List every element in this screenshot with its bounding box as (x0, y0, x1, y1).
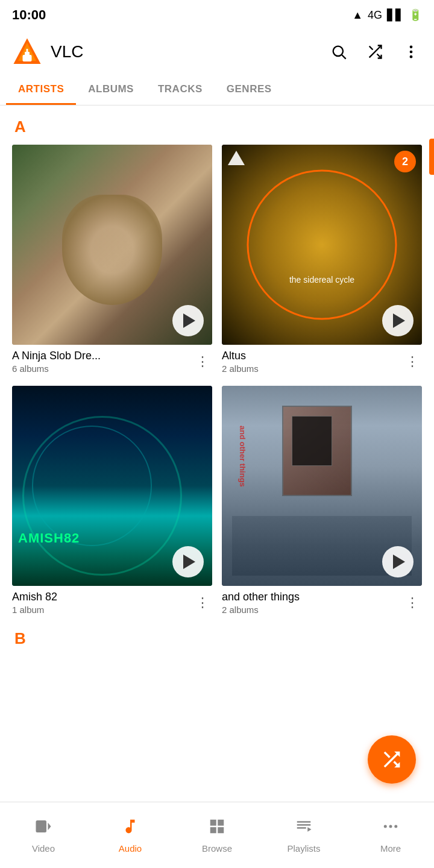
app-bar: VLC (0, 30, 434, 74)
artist-thumb-3: AMISH82 (12, 386, 212, 586)
artist-albums-1: 6 albums (12, 363, 193, 374)
more-icon (382, 817, 400, 840)
artist-name-1: A Ninja Slob Dre... (12, 350, 193, 362)
nav-item-browse[interactable]: Browse (174, 817, 260, 854)
artist-albums-2: 2 albums (222, 363, 403, 374)
artist-grid-a: A Ninja Slob Dre... 6 albums ⋮ 2 (12, 145, 422, 617)
status-time: 10:00 (12, 7, 46, 23)
svg-point-24 (389, 825, 392, 828)
artist-info-3: Amish 82 1 album ⋮ (12, 586, 212, 617)
amish82-text: AMISH82 (18, 530, 80, 546)
network-label: 4G (368, 9, 382, 22)
artist-name-2: Altus (222, 350, 403, 362)
overflow-menu-button[interactable] (400, 41, 422, 63)
artist-thumb-4: and other things (222, 386, 422, 586)
altus-ring (247, 170, 397, 320)
artist-meta-1: A Ninja Slob Dre... 6 albums (12, 350, 193, 374)
artist-more-button-4[interactable]: ⋮ (403, 593, 422, 612)
artist-meta-4: and other things 2 albums (222, 591, 403, 615)
artist-name-3: Amish 82 (12, 591, 193, 603)
artist-meta-3: Amish 82 1 album (12, 591, 193, 615)
tab-albums[interactable]: ALBUMS (76, 74, 146, 105)
scroll-indicator (429, 139, 434, 175)
play-button-4[interactable] (382, 546, 414, 577)
artist-more-button-3[interactable]: ⋮ (193, 593, 212, 612)
svg-rect-18 (218, 827, 224, 833)
tab-tracks[interactable]: TRACKS (146, 74, 215, 105)
tab-genres[interactable]: GENRES (215, 74, 284, 105)
play-button-3[interactable] (172, 546, 204, 577)
app-logo (12, 37, 42, 67)
nav-label-video: Video (32, 843, 55, 854)
svg-rect-4 (27, 49, 28, 52)
artist-more-button-1[interactable]: ⋮ (193, 352, 212, 371)
svg-rect-13 (36, 820, 47, 832)
svg-rect-17 (210, 827, 216, 833)
svg-point-23 (384, 825, 387, 828)
artist-albums-4: 2 albums (222, 605, 403, 615)
nav-label-playlists: Playlists (287, 843, 320, 854)
app-bar-actions (328, 41, 422, 63)
video-icon (34, 817, 52, 840)
nav-label-browse: Browse (202, 843, 232, 854)
search-button[interactable] (328, 41, 350, 63)
nav-label-audio: Audio (119, 843, 142, 854)
artist-info-1: A Ninja Slob Dre... 6 albums ⋮ (12, 345, 212, 376)
artist-thumb-2: 2 the sidereal cycle (222, 145, 422, 345)
artist-meta-2: Altus 2 albums (222, 350, 403, 374)
status-icons: ▲ 4G ▋▋ 🔋 (352, 8, 422, 22)
artist-card-1[interactable]: A Ninja Slob Dre... 6 albums ⋮ (12, 145, 212, 376)
playlists-icon (295, 817, 313, 840)
status-bar: 10:00 ▲ 4G ▋▋ 🔋 (0, 0, 434, 30)
artist-info-2: Altus 2 albums ⋮ (222, 345, 422, 376)
svg-point-5 (333, 46, 343, 56)
artist-more-button-2[interactable]: ⋮ (403, 352, 422, 371)
altus-text: the sidereal cycle (289, 275, 354, 285)
signal-icon: ▋▋ (387, 8, 404, 22)
svg-line-9 (370, 46, 373, 50)
audio-icon (121, 817, 139, 840)
section-letter-a: A (14, 118, 422, 136)
svg-rect-3 (25, 52, 30, 56)
play-button-2[interactable] (382, 305, 414, 336)
artist-name-4: and other things (222, 591, 403, 603)
svg-marker-14 (48, 822, 51, 830)
svg-point-25 (394, 825, 397, 828)
section-letter-b: B (14, 629, 422, 648)
artist-thumb-1 (12, 145, 212, 345)
nav-item-playlists[interactable]: Playlists (260, 817, 347, 854)
artist-albums-3: 1 album (12, 605, 193, 615)
wifi-icon: ▲ (352, 9, 363, 22)
artist-card-3[interactable]: AMISH82 Amish 82 1 album ⋮ (12, 386, 212, 617)
nav-item-video[interactable]: Video (0, 817, 87, 854)
tabs-bar: ARTISTS ALBUMS TRACKS GENRES (0, 74, 434, 105)
artist-info-4: and other things 2 albums ⋮ (222, 586, 422, 617)
bottom-navigation: Video Audio Browse (0, 802, 434, 868)
play-button-1[interactable] (172, 305, 204, 336)
tab-artists[interactable]: ARTISTS (6, 74, 76, 105)
artist-card-2[interactable]: 2 the sidereal cycle Altus 2 albums ⋮ (222, 145, 422, 376)
svg-point-10 (410, 46, 413, 49)
shuffle-button[interactable] (364, 41, 386, 63)
battery-icon: 🔋 (409, 8, 422, 22)
altus-badge: 2 (394, 151, 416, 172)
artist-card-4[interactable]: and other things and other things 2 albu… (222, 386, 422, 617)
nav-item-more[interactable]: More (347, 817, 434, 854)
svg-marker-22 (307, 827, 311, 832)
nav-label-more: More (380, 843, 401, 854)
svg-point-12 (410, 55, 413, 58)
svg-point-11 (410, 51, 413, 54)
app-title: VLC (51, 42, 328, 61)
svg-line-6 (342, 55, 345, 58)
browse-icon (208, 817, 226, 840)
content-area: A A Ninja Slob Dre... 6 albums ⋮ (0, 105, 434, 662)
random-play-fab[interactable] (368, 735, 416, 784)
svg-rect-15 (210, 819, 216, 825)
svg-rect-16 (218, 819, 224, 825)
nav-item-audio[interactable]: Audio (87, 817, 174, 854)
